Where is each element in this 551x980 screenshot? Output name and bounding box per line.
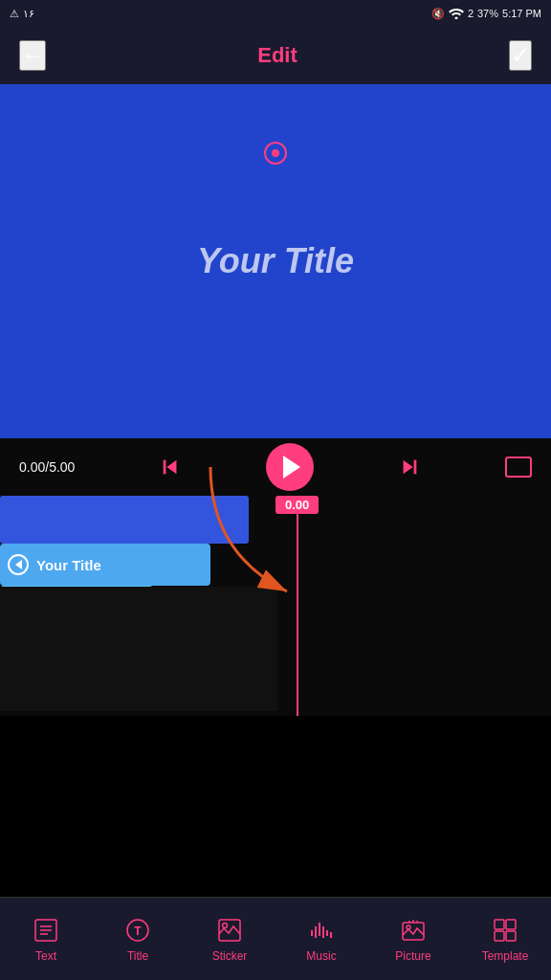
status-left: ⚠ ١۶ [10, 8, 34, 20]
svg-rect-1 [164, 460, 166, 475]
svg-text:T: T [134, 924, 142, 938]
svg-marker-2 [167, 460, 177, 475]
track-title-arrow-icon [15, 560, 22, 569]
title-track[interactable]: Your Title [0, 544, 210, 586]
text-nav-label: Text [35, 949, 56, 963]
wifi-icon [449, 8, 464, 19]
sim-icon: 2 [468, 8, 474, 19]
record-dot-inner [272, 149, 279, 157]
battery-text: 37% [477, 8, 498, 19]
picture-nav-label: Picture [395, 949, 430, 963]
nav-item-text[interactable]: Text [0, 915, 92, 963]
status-right: 🔇 2 37% 5:17 PM [431, 8, 541, 20]
svg-rect-24 [495, 931, 504, 941]
svg-rect-22 [495, 920, 504, 929]
mute-icon: 🔇 [431, 8, 445, 20]
time-display: 0.00/5.00 [19, 459, 75, 475]
music-nav-label: Music [306, 949, 336, 963]
picture-nav-icon [398, 915, 429, 946]
sticker-nav-icon [214, 915, 245, 946]
confirm-button[interactable]: ✓ [509, 40, 532, 71]
music-nav-icon [306, 915, 337, 946]
nav-item-music[interactable]: Music [276, 915, 367, 963]
svg-marker-4 [404, 460, 413, 475]
svg-point-21 [407, 925, 410, 929]
template-nav-label: Template [482, 949, 529, 963]
svg-rect-23 [506, 920, 516, 929]
warning-icon: ⚠ [10, 8, 19, 20]
skip-forward-button[interactable] [395, 453, 424, 481]
nav-item-sticker[interactable]: Sticker [184, 915, 276, 963]
status-number: ١۶ [23, 8, 34, 20]
arrow-indicator [191, 457, 325, 611]
nav-item-title[interactable]: T Title [92, 915, 184, 963]
timeline-area: 0.00/5.00 0.00 [0, 438, 551, 716]
time-display: 5:17 PM [502, 8, 541, 19]
track-title-text: Your Title [36, 557, 101, 573]
bottom-nav: Text T Title Sticker [0, 897, 551, 980]
svg-point-0 [454, 17, 457, 20]
text-nav-icon [31, 915, 61, 946]
status-bar: ⚠ ١۶ 🔇 2 37% 5:17 PM [0, 0, 551, 27]
fullscreen-button[interactable] [505, 457, 532, 478]
header: ← Edit ✓ [0, 27, 551, 84]
svg-point-13 [223, 924, 228, 928]
preview-area: Your Title [0, 84, 551, 438]
back-button[interactable]: ← [19, 40, 46, 71]
nav-item-picture[interactable]: Picture [367, 915, 459, 963]
sticker-nav-label: Sticker [212, 949, 248, 963]
title-nav-icon: T [122, 915, 153, 946]
svg-rect-3 [414, 460, 417, 475]
svg-rect-25 [506, 931, 516, 941]
nav-item-template[interactable]: Template [459, 915, 551, 963]
track-title-arrow [8, 554, 29, 575]
skip-back-button[interactable] [156, 453, 185, 481]
header-title: Edit [257, 43, 298, 68]
preview-title: Your Title [197, 241, 354, 281]
record-dot[interactable] [264, 142, 287, 165]
template-nav-icon [490, 915, 520, 946]
title-nav-label: Title [127, 949, 148, 963]
